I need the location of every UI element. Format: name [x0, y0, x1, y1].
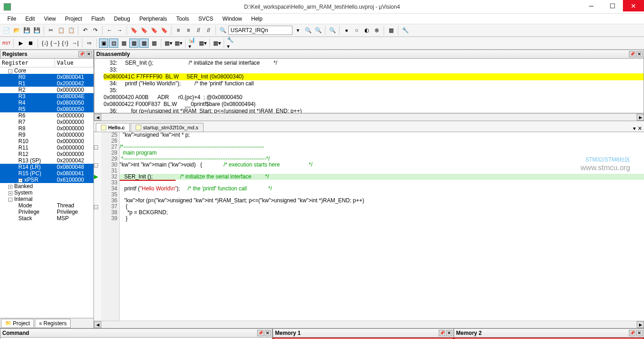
code-line[interactable]: "kw">unsigned "kw">int * p; — [120, 132, 644, 138]
breakpoint-insert-button[interactable]: ● — [342, 26, 351, 35]
code-line[interactable]: { — [120, 204, 644, 210]
menu-edit[interactable]: Edit — [22, 15, 39, 23]
new-file-button[interactable]: 📄 — [2, 26, 11, 35]
code-tab[interactable]: startup_stm32f10x_md.s — [131, 123, 203, 132]
register-row[interactable]: -Internal — [0, 196, 94, 202]
registers-tab[interactable]: ≡ Registers — [35, 319, 71, 328]
nav-fwd-button[interactable]: → — [115, 26, 124, 35]
menu-file[interactable]: File — [4, 15, 20, 23]
panel-close-icon[interactable]: ✕ — [636, 51, 643, 57]
register-row[interactable]: R110x0000000 — [0, 144, 94, 151]
register-row[interactable]: R120x0000000 — [0, 151, 94, 157]
register-row[interactable]: R15 (PC)0x0800041 — [0, 170, 94, 177]
open-file-button[interactable]: 📂 — [12, 26, 21, 35]
outdent-button[interactable]: ≡ — [184, 26, 193, 35]
project-tab[interactable]: 📁 Project — [1, 319, 34, 328]
run-to-cursor-button[interactable]: →| — [71, 39, 80, 48]
register-row[interactable]: R40x0800050 — [0, 100, 94, 106]
paste-button[interactable]: 📋 — [66, 26, 76, 35]
panel-close-icon[interactable]: ✕ — [264, 330, 271, 336]
code-body[interactable]: --▶- 252627282930313233343536373839 "kw"… — [94, 132, 644, 321]
pin-icon[interactable]: 📌 — [629, 51, 635, 57]
analysis-window-button[interactable]: 📊▾ — [188, 39, 197, 48]
register-row[interactable]: R60x0000000 — [0, 112, 94, 119]
show-next-button[interactable]: ⇨ — [85, 39, 94, 48]
stop-button[interactable]: ⏹ — [26, 39, 35, 48]
breakpoint-kill-button[interactable]: ⊗ — [372, 26, 381, 35]
window-button[interactable]: ▦ — [386, 26, 396, 35]
pin-icon[interactable]: 📌 — [629, 330, 635, 336]
register-row[interactable]: StackMSP — [0, 215, 94, 222]
close-button[interactable]: ✕ — [623, 0, 644, 11]
registers-window-button[interactable]: ▦ — [129, 39, 138, 48]
bookmark-button[interactable]: 🔖 — [129, 26, 138, 35]
tab-close-button[interactable]: ✕ — [638, 125, 642, 132]
bookmark-prev-button[interactable]: 🔖 — [139, 26, 149, 35]
copy-button[interactable]: 📋 — [56, 26, 66, 35]
bookmark-clear-button[interactable]: 🔖 — [160, 26, 169, 35]
configure-button[interactable]: 🔧 — [401, 26, 410, 35]
register-row[interactable]: R50x0800050 — [0, 106, 94, 112]
menu-view[interactable]: View — [40, 15, 60, 23]
register-row[interactable]: PrivilegePrivilege — [0, 209, 94, 215]
callstack-window-button[interactable]: ▦ — [139, 39, 149, 48]
find-combo[interactable]: USART2_IRQn — [228, 26, 292, 35]
code-line[interactable]: *p = BCKGRND; — [120, 210, 644, 216]
register-row[interactable]: R70x0000000 — [0, 119, 94, 125]
register-row[interactable]: -Core — [0, 67, 94, 74]
trace-window-button[interactable]: ▦▾ — [198, 39, 207, 48]
code-line[interactable]: "kw">int "kw">main ("kw">void) { /* exec… — [120, 162, 644, 168]
code-line[interactable]: } — [120, 216, 644, 222]
breakpoint-enable-button[interactable]: ○ — [352, 26, 361, 35]
scrollbar-horizontal[interactable]: ◀▶ — [94, 321, 644, 328]
step-into-button[interactable]: {↓} — [40, 39, 50, 48]
uncomment-button[interactable]: // — [204, 26, 213, 35]
register-row[interactable]: +xPSR0x6100000 — [0, 177, 94, 183]
code-tab[interactable]: Hello.c — [96, 123, 130, 132]
register-row[interactable]: R10x2000042 — [0, 80, 94, 87]
nav-back-button[interactable]: ← — [105, 26, 114, 35]
code-line[interactable]: SER_Init (); /* initialize the serial in… — [120, 174, 644, 180]
register-row[interactable]: +Banked — [0, 183, 94, 189]
menu-peripherals[interactable]: Peripherals — [136, 15, 171, 23]
register-row[interactable]: R90x0000000 — [0, 132, 94, 138]
command-window-button[interactable]: ▣ — [99, 39, 108, 48]
system-viewer-button[interactable]: ▦▾ — [212, 39, 221, 48]
toolbox-button[interactable]: 🔧▾ — [226, 39, 236, 48]
undo-button[interactable]: ↶ — [81, 26, 90, 35]
incremental-find-button[interactable]: 🔍 — [314, 26, 323, 35]
maximize-button[interactable]: ☐ — [602, 0, 623, 11]
find-button[interactable]: 🔍 — [218, 26, 227, 35]
cut-button[interactable]: ✂ — [46, 26, 55, 35]
symbols-window-button[interactable]: ▦ — [119, 39, 128, 48]
step-out-button[interactable]: {↑} — [61, 39, 70, 48]
panel-close-icon[interactable]: ✕ — [446, 330, 452, 336]
panel-close-icon[interactable]: ✕ — [636, 330, 643, 336]
reset-button[interactable]: RST — [2, 39, 11, 48]
pin-icon[interactable]: 📌 — [439, 330, 445, 336]
menu-debug[interactable]: Debug — [110, 15, 134, 23]
register-row[interactable]: R100x0000000 — [0, 138, 94, 144]
registers-table[interactable]: -CoreR00x0800041R10x2000042R20x0000000R3… — [0, 67, 94, 318]
find-in-files-button[interactable]: 🔍 — [303, 26, 313, 35]
code-line[interactable]: /*--------------------------------------… — [120, 144, 644, 150]
save-all-button[interactable]: 💾 — [32, 26, 41, 35]
register-row[interactable]: R80x0000000 — [0, 125, 94, 132]
menu-help[interactable]: Help — [248, 15, 266, 23]
debug-button[interactable]: 🔍 — [328, 26, 337, 35]
save-button[interactable]: 💾 — [22, 26, 31, 35]
find-dropdown-button[interactable]: ▾ — [293, 26, 303, 35]
code-line[interactable]: "kw">for (p=("kw">unsigned "kw">int *)RA… — [120, 198, 644, 204]
register-row[interactable]: R14 (LR)0x0800048 — [0, 164, 94, 170]
minimize-button[interactable]: ─ — [581, 0, 602, 11]
menu-flash[interactable]: Flash — [88, 15, 108, 23]
disassembly-window-button[interactable]: ▤ — [109, 39, 118, 48]
register-row[interactable]: R20x0000000 — [0, 87, 94, 93]
redo-button[interactable]: ↷ — [91, 26, 100, 35]
register-row[interactable]: R13 (SP)0x2000042 — [0, 157, 94, 164]
bookmark-next-button[interactable]: 🔖 — [149, 26, 159, 35]
comment-button[interactable]: // — [194, 26, 203, 35]
panel-close-icon[interactable]: ✕ — [86, 51, 92, 57]
register-row[interactable]: ModeThread — [0, 202, 94, 209]
register-row[interactable]: R00x0800041 — [0, 74, 94, 80]
